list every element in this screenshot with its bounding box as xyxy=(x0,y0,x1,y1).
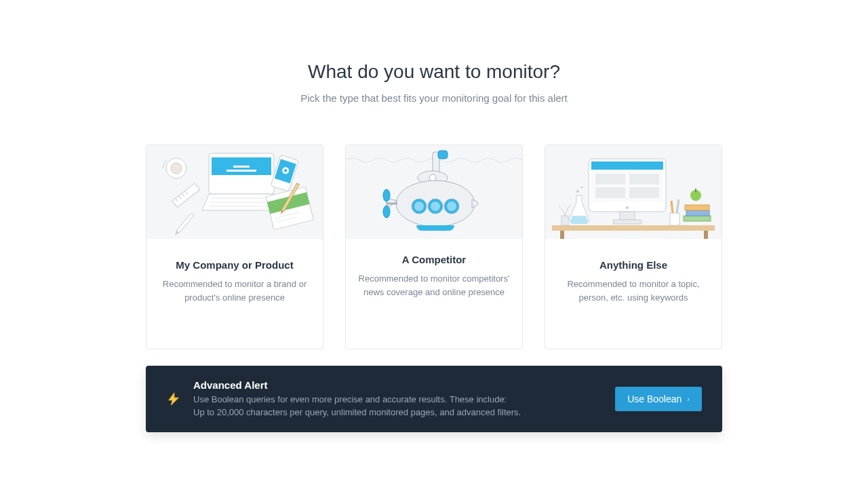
advanced-alert-banner: Advanced Alert Use Boolean queries for e… xyxy=(146,366,722,432)
svg-rect-63 xyxy=(684,216,711,221)
svg-rect-6 xyxy=(226,170,256,172)
svg-point-32 xyxy=(429,174,436,181)
chevron-right-icon: › xyxy=(687,395,690,403)
svg-rect-5 xyxy=(233,166,250,168)
card-my-company[interactable]: My Company or Product Recommended to mon… xyxy=(146,145,323,349)
svg-rect-65 xyxy=(685,205,709,210)
svg-point-38 xyxy=(414,202,424,211)
svg-rect-50 xyxy=(595,174,625,185)
svg-rect-49 xyxy=(591,161,663,170)
svg-point-59 xyxy=(581,187,583,189)
illustration-imac xyxy=(545,145,722,239)
page-subtitle: Pick the type that best fits your monito… xyxy=(0,92,868,104)
svg-rect-51 xyxy=(629,174,659,185)
card-competitor[interactable]: A Competitor Recommended to monitor comp… xyxy=(345,145,523,349)
alert-type-cards: My Company or Product Recommended to mon… xyxy=(0,145,868,349)
illustration-desk xyxy=(146,145,323,239)
card-anything-else[interactable]: Anything Else Recommended to monitor a t… xyxy=(545,145,722,349)
lightning-icon xyxy=(166,392,181,406)
svg-point-34 xyxy=(383,189,390,202)
svg-point-42 xyxy=(447,202,456,211)
button-label: Use Boolean xyxy=(627,394,682,404)
card-description: Recommended to monitor a topic, person, … xyxy=(557,278,709,305)
advanced-title: Advanced Alert xyxy=(193,379,615,391)
svg-rect-53 xyxy=(629,187,659,198)
svg-rect-44 xyxy=(552,225,715,231)
card-title: Anything Else xyxy=(557,259,709,271)
svg-rect-60 xyxy=(670,213,679,225)
card-description: Recommended to monitor a brand or produc… xyxy=(159,278,311,305)
svg-rect-64 xyxy=(686,210,709,216)
svg-rect-57 xyxy=(561,216,568,225)
svg-point-40 xyxy=(431,202,440,211)
page-title: What do you want to monitor? xyxy=(0,61,868,83)
svg-rect-52 xyxy=(595,187,625,198)
svg-rect-67 xyxy=(695,189,696,192)
svg-rect-46 xyxy=(704,231,708,239)
svg-line-61 xyxy=(671,201,673,213)
svg-rect-30 xyxy=(438,151,448,159)
svg-point-54 xyxy=(626,206,629,209)
svg-rect-45 xyxy=(560,231,564,239)
advanced-description: Use Boolean queries for even more precis… xyxy=(193,394,615,419)
svg-point-2 xyxy=(171,163,182,174)
page-header: What do you want to monitor? Pick the ty… xyxy=(0,0,868,104)
svg-rect-55 xyxy=(620,212,635,220)
card-title: A Competitor xyxy=(358,254,510,265)
use-boolean-button[interactable]: Use Boolean › xyxy=(615,387,702,411)
svg-point-35 xyxy=(383,206,390,218)
illustration-submarine xyxy=(346,145,522,239)
card-description: Recommended to monitor competitors' news… xyxy=(358,272,510,299)
svg-rect-56 xyxy=(613,220,642,224)
card-title: My Company or Product xyxy=(159,259,311,271)
svg-point-58 xyxy=(576,190,579,193)
